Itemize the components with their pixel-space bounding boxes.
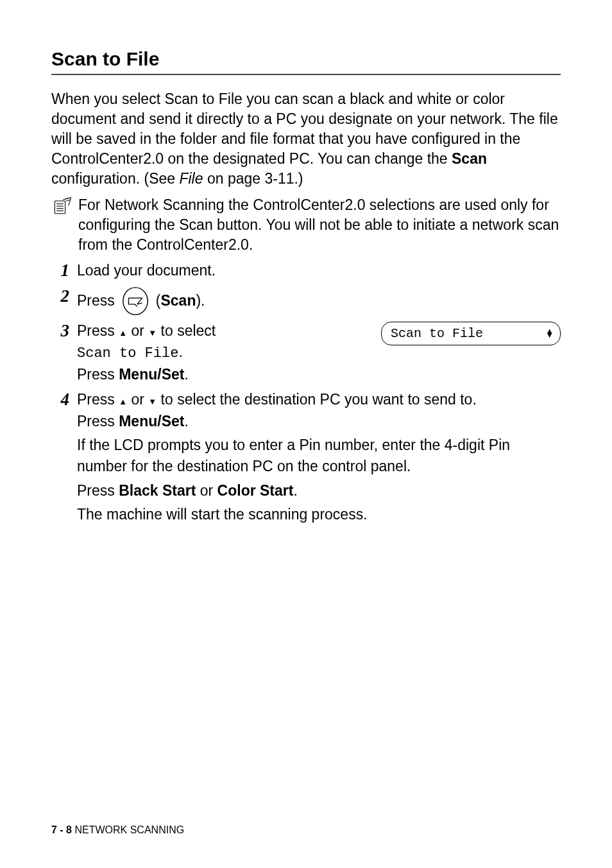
period: . — [178, 343, 182, 360]
up-arrow-icon: ▲ — [119, 328, 127, 338]
step4-line1: Press ▲ or ▼ to select the destination P… — [77, 389, 561, 410]
intro-paragraph: When you select Scan to File you can sca… — [51, 89, 561, 189]
step-4: 4 Press ▲ or ▼ to select the destination… — [51, 389, 561, 525]
text: . — [293, 482, 297, 499]
intro-file-italic: File — [179, 170, 203, 187]
step4-para1: If the LCD prompts you to enter a Pin nu… — [77, 435, 561, 478]
note-icon — [51, 195, 74, 221]
svg-rect-0 — [55, 201, 65, 214]
scan-button-icon — [120, 286, 151, 317]
step4-line2: Press Menu/Set. — [77, 411, 561, 432]
step-number: 3 — [51, 320, 69, 341]
text: . — [184, 413, 188, 430]
title-divider — [51, 74, 561, 75]
step3-line1: Press ▲ or ▼ to select — [77, 320, 362, 342]
down-arrow-icon: ▼ — [545, 333, 554, 338]
step-number: 4 — [51, 389, 69, 410]
page-number: 7 - 8 — [51, 824, 72, 835]
step2-paren: (Scan). — [156, 290, 205, 311]
intro-text-suffix: on page 3-11.) — [203, 170, 303, 187]
text: to select — [157, 322, 216, 339]
svg-line-6 — [66, 200, 69, 201]
step-2: 2 Press (Scan). — [51, 286, 561, 317]
section-title: Scan to File — [51, 48, 561, 70]
step-number: 1 — [51, 260, 69, 281]
step-body: Press ▲ or ▼ to select Scan to File. Pre… — [77, 320, 561, 386]
step4-line3: Press Black Start or Color Start. — [77, 480, 561, 501]
step3-mono: Scan to File — [77, 345, 178, 361]
close-paren: ). — [196, 292, 205, 309]
step4-para2: The machine will start the scanning proc… — [77, 504, 561, 525]
menu-set-label: Menu/Set — [119, 413, 184, 430]
text: or — [196, 482, 217, 499]
color-start-label: Color Start — [217, 482, 294, 499]
step1-text: Load your document. — [77, 262, 216, 279]
black-start-label: Black Start — [119, 482, 196, 499]
intro-text-mid: configuration. (See — [51, 170, 179, 187]
text: Press — [77, 413, 119, 430]
down-arrow-icon: ▼ — [148, 397, 157, 406]
text: . — [184, 366, 188, 383]
scan-label: Scan — [160, 292, 196, 309]
lcd-display: Scan to File ▲ ▼ — [381, 322, 561, 345]
step3-line2: Press Menu/Set. — [77, 364, 362, 385]
steps-list: 1 Load your document. 2 Press — [51, 260, 561, 525]
up-arrow-icon: ▲ — [119, 397, 127, 406]
note-text: For Network Scanning the ControlCenter2.… — [78, 195, 561, 255]
menu-set-label: Menu/Set — [119, 366, 184, 383]
text: or — [127, 391, 148, 408]
text: Press — [77, 482, 119, 499]
chapter-title: NETWORK SCANNING — [72, 824, 184, 835]
note-block: For Network Scanning the ControlCenter2.… — [51, 195, 561, 255]
text: or — [127, 322, 148, 339]
down-arrow-icon: ▼ — [148, 328, 157, 338]
step-3: 3 Press ▲ or ▼ to select Scan to File. P… — [51, 320, 561, 386]
step2-press: Press — [77, 290, 115, 311]
intro-scan-bold: Scan — [452, 150, 487, 167]
text: Press — [77, 391, 119, 408]
page-footer: 7 - 8 NETWORK SCANNING — [51, 824, 184, 836]
lcd-arrow-icon: ▲ ▼ — [545, 329, 554, 338]
text: to select the destination PC you want to… — [157, 391, 477, 408]
step-body: Press ▲ or ▼ to select the destination P… — [77, 389, 561, 525]
text: Press — [77, 366, 119, 383]
step-number: 2 — [51, 286, 69, 306]
step-body: Load your document. — [77, 260, 561, 281]
svg-point-7 — [123, 288, 148, 315]
step-1: 1 Load your document. — [51, 260, 561, 281]
lcd-text: Scan to File — [391, 324, 483, 343]
step-body: Press (Scan). — [77, 286, 561, 317]
text: Press — [77, 322, 119, 339]
